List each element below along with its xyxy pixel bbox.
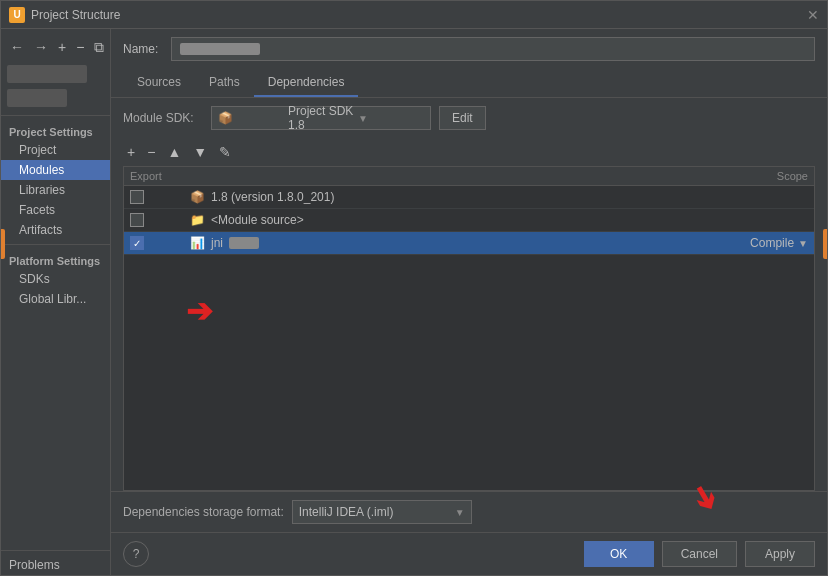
sdk-label: Module SDK: (123, 111, 203, 125)
deps-toolbar: + − ▲ ▼ ✎ (111, 138, 827, 166)
main-content: ← → + − ⧉ Project Settings Project Modul… (1, 29, 827, 575)
copy-module-button[interactable]: ⧉ (91, 38, 107, 57)
right-panel: Name: Sources Paths Dependencies Module … (111, 29, 827, 575)
sidebar-item-artifacts[interactable]: Artifacts (1, 220, 110, 240)
name-row: Name: (111, 29, 827, 69)
tab-sources[interactable]: Sources (123, 69, 195, 97)
dep-export-jni (130, 236, 190, 250)
cancel-button[interactable]: Cancel (662, 541, 737, 567)
sdk-dep-icon: 📦 (190, 190, 205, 204)
help-button[interactable]: ? (123, 541, 149, 567)
sdk-select[interactable]: 📦 Project SDK 1.8 ▼ (211, 106, 431, 130)
sidebar-item-global-libs[interactable]: Global Libr... (1, 289, 110, 309)
dep-row-jni[interactable]: 📊 jni Compile ▼ (124, 232, 814, 255)
tabs-bar: Sources Paths Dependencies (111, 69, 827, 98)
deps-remove-button[interactable]: − (143, 142, 159, 162)
title-bar: U Project Structure ✕ (1, 1, 827, 29)
project-structure-window: U Project Structure ✕ ← → + − ⧉ Proj (0, 0, 828, 576)
module-list (1, 61, 110, 111)
close-button[interactable]: ✕ (807, 7, 819, 23)
dep-checkbox-module-source[interactable] (130, 213, 144, 227)
project-settings-section: Project Settings (1, 120, 110, 140)
scope-dropdown-arrow[interactable]: ▼ (798, 238, 808, 249)
col-export-header: Export (130, 170, 190, 182)
module-item-2[interactable] (7, 89, 67, 107)
sidebar-toolbar: ← → + − ⧉ (1, 33, 110, 61)
sdk-row: Module SDK: 📦 Project SDK 1.8 ▼ Edit (111, 98, 827, 138)
storage-format-select[interactable]: IntelliJ IDEA (.iml) ▼ (292, 500, 472, 524)
sidebar-item-problems[interactable]: Problems (1, 555, 110, 575)
add-module-button[interactable]: + (55, 38, 69, 56)
title-bar-left: U Project Structure (9, 7, 120, 23)
dep-scope-jni: Compile ▼ (708, 236, 808, 250)
dep-jni-blurred (229, 237, 259, 249)
sidebar-item-facets[interactable]: Facets (1, 200, 110, 220)
dep-row-sdk[interactable]: 📦 1.8 (version 1.8.0_201) (124, 186, 814, 209)
dep-label-module-source: <Module source> (211, 213, 304, 227)
sidebar-divider-3 (1, 550, 110, 551)
tab-paths[interactable]: Paths (195, 69, 254, 97)
deps-edit-button[interactable]: ✎ (215, 142, 235, 162)
deps-table: Export Scope 📦 1.8 (version 1.8.0_201) (123, 166, 815, 491)
sidebar-item-modules[interactable]: Modules (1, 160, 110, 180)
nav-back-button[interactable]: ← (7, 38, 27, 56)
left-edge-indicator (1, 229, 5, 259)
dep-label-jni: jni (211, 236, 223, 250)
dep-export-module-source (130, 213, 190, 227)
dep-name-sdk: 📦 1.8 (version 1.8.0_201) (190, 190, 708, 204)
deps-add-button[interactable]: + (123, 142, 139, 162)
module-item-1[interactable] (7, 65, 87, 83)
sidebar-divider-1 (1, 115, 110, 116)
nav-forward-button[interactable]: → (31, 38, 51, 56)
bottom-bar: Dependencies storage format: IntelliJ ID… (111, 491, 827, 532)
storage-format-label: Dependencies storage format: (123, 505, 284, 519)
storage-select-arrow: ▼ (455, 507, 465, 518)
module-source-icon: 📁 (190, 213, 205, 227)
remove-module-button[interactable]: − (73, 38, 87, 56)
platform-settings-section: Platform Settings (1, 249, 110, 269)
name-label: Name: (123, 42, 163, 56)
sdk-edit-button[interactable]: Edit (439, 106, 486, 130)
dep-row-module-source[interactable]: 📁 <Module source> (124, 209, 814, 232)
dep-name-jni: 📊 jni (190, 236, 708, 250)
col-name-header (190, 170, 708, 182)
apply-button[interactable]: Apply (745, 541, 815, 567)
window-title: Project Structure (31, 8, 120, 22)
sidebar-divider-2 (1, 244, 110, 245)
sidebar-item-project[interactable]: Project (1, 140, 110, 160)
dep-checkbox-jni[interactable] (130, 236, 144, 250)
deps-down-button[interactable]: ▼ (189, 142, 211, 162)
sidebar-item-sdks[interactable]: SDKs (1, 269, 110, 289)
footer: ? OK Cancel Apply (111, 532, 827, 575)
name-input-value[interactable] (180, 43, 260, 55)
dep-name-module-source: 📁 <Module source> (190, 213, 708, 227)
dep-checkbox-sdk[interactable] (130, 190, 144, 204)
right-edge-indicator (823, 229, 827, 259)
deps-table-header: Export Scope (124, 167, 814, 186)
dep-scope-label-jni: Compile (750, 236, 794, 250)
ok-button[interactable]: OK (584, 541, 654, 567)
sidebar-item-libraries[interactable]: Libraries (1, 180, 110, 200)
tab-dependencies[interactable]: Dependencies (254, 69, 359, 97)
sidebar: ← → + − ⧉ Project Settings Project Modul… (1, 29, 111, 575)
dep-label-sdk: 1.8 (version 1.8.0_201) (211, 190, 334, 204)
dep-export-sdk (130, 190, 190, 204)
col-scope-header: Scope (708, 170, 808, 182)
lib-icon: 📊 (190, 236, 205, 250)
app-icon: U (9, 7, 25, 23)
deps-up-button[interactable]: ▲ (163, 142, 185, 162)
